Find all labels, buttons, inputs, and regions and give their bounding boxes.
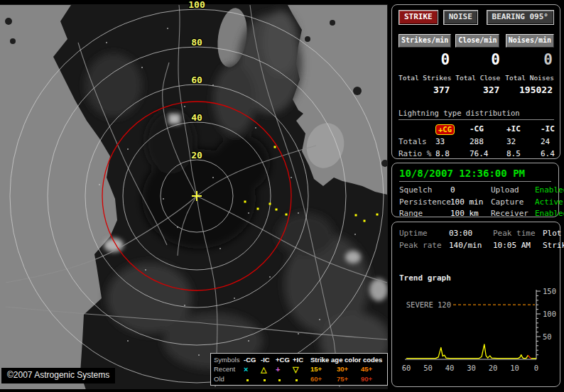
close-per-min-value: 0 [455, 51, 501, 68]
uptime-label: Uptime [399, 228, 449, 240]
strikes-per-min-label[interactable]: Strikes/min [398, 34, 451, 48]
nexstorm-window: 20406080100 Symbols -CG -IC +CG +IC Stri… [0, 0, 564, 392]
strike-stats-panel: STRIKE NOISE BEARING 095° Strikes/min 0 … [391, 4, 560, 159]
trend-line-recent [528, 355, 531, 359]
total-close-value: 327 [455, 85, 501, 95]
peak-rate-value: 140/min [449, 240, 493, 252]
pic-recent-icon: ▽ [293, 366, 310, 373]
x-tick-label: 10 [510, 364, 519, 372]
nic-recent-icon: △ [261, 366, 276, 373]
x-tick-label: 30 [467, 364, 476, 372]
legend-symbols-header: Symbols [214, 356, 244, 364]
total-close-label: Total Close [455, 74, 501, 82]
age-15: 15+ [310, 365, 337, 373]
dist-col-ncg: -CG [470, 124, 506, 135]
receiver-status: Enabled [535, 208, 564, 220]
dist-totals-pcg: 33 [435, 137, 470, 147]
dist-ratio-label: Ratio % [398, 149, 435, 159]
dist-col-pic: +IC [506, 124, 541, 135]
strikes-per-min-value: 0 [398, 51, 451, 68]
plot-label: Plot [543, 228, 564, 240]
age-45: 45+ [361, 365, 382, 373]
ring-label: 80 [191, 37, 202, 48]
ring-label: 60 [191, 75, 202, 85]
map-legend: Symbols -CG -IC +CG +IC Strike age color… [210, 353, 388, 386]
datetime-display: 10/8/2007 12:36:00 PM [399, 168, 551, 179]
dist-totals-pic: 32 [506, 137, 541, 147]
x-tick-label: 20 [489, 364, 498, 372]
persistence-value: 100 min [450, 197, 491, 209]
upload-status: Enabled [535, 185, 564, 197]
close-per-min-label[interactable]: Close/min [455, 34, 499, 48]
peak-rate-label: Peak rate [399, 240, 449, 252]
ring-label: 40 [191, 112, 202, 123]
squelch-label: Squelch [399, 185, 450, 197]
ncg-old-icon [244, 375, 261, 383]
noises-per-min-label[interactable]: Noises/min [506, 34, 554, 48]
pic-old-icon [293, 375, 310, 383]
y-tick-label: 50 [543, 332, 552, 341]
legend-type-pic: +IC [293, 356, 310, 364]
x-tick-label: 50 [423, 364, 433, 372]
close-per-min-counter: Close/min 0 [455, 32, 501, 68]
legend-recent-label: Recent [214, 365, 244, 373]
severe-threshold-label: SEVERE 120 [406, 300, 451, 309]
map-canvas[interactable]: 20406080100 [0, 0, 388, 392]
range-label: Range [399, 208, 450, 220]
legend-type-ncg: -CG [244, 356, 261, 364]
x-tick-label: 0 [534, 364, 538, 372]
receiver-label: Receiver [491, 208, 535, 220]
plot-mode-value: Strike [543, 240, 564, 252]
ncg-recent-icon: × [244, 366, 261, 373]
uptime-value: 03:00 [449, 228, 493, 240]
session-table: Uptime 03:00 Peak time Plot Peak rate 14… [392, 222, 560, 251]
bearing-button[interactable]: BEARING 095° [487, 10, 554, 25]
age-30: 30+ [337, 365, 361, 373]
legend-type-nic: -IC [261, 356, 276, 364]
strikes-per-min-counter: Strikes/min 0 [398, 32, 451, 68]
lightning-distribution-title: Lightning type distribution [398, 109, 554, 120]
persistence-label: Persistence [399, 197, 450, 209]
nic-old-icon [261, 375, 276, 383]
lightning-distribution-table: +CG -CG +IC -IC Totals 33 288 32 24 Rati… [398, 124, 554, 159]
strike-button[interactable]: STRIKE [398, 10, 438, 25]
trend-chart: 501001506050403020100SEVERE 120 [395, 285, 557, 384]
total-strikes-label: Total Strikes [398, 74, 451, 82]
x-tick-label: 40 [445, 364, 455, 372]
dist-col-pcg[interactable]: +CG [435, 124, 455, 135]
total-noises-label: Total Noises [505, 74, 554, 82]
age-60: 60+ [310, 375, 337, 383]
dist-ratio-pcg: 8.8 [435, 149, 470, 159]
strike-dot [274, 146, 276, 148]
strike-dot [276, 209, 278, 211]
upload-label: Upload [491, 185, 535, 197]
peak-time-label: Peak time [493, 228, 543, 240]
pcg-recent-icon: + [276, 366, 293, 373]
dist-totals-label: Totals [398, 137, 435, 147]
peak-time-value: 10:05 AM [493, 240, 543, 252]
legend-old-label: Old [214, 375, 244, 383]
status-panel: 10/8/2007 12:36:00 PM Squelch 0 Upload E… [391, 163, 559, 217]
dist-ratio-nic: 6.4 [541, 149, 555, 159]
strike-dot [244, 201, 246, 203]
noise-button[interactable]: NOISE [443, 10, 478, 25]
ring-label: 20 [191, 150, 202, 160]
age-75: 75+ [337, 375, 361, 383]
trend-panel: Uptime 03:00 Peak time Plot Peak rate 14… [391, 222, 560, 387]
capture-label: Capture [491, 197, 535, 209]
trend-graph-title: Trend graph [399, 273, 451, 283]
dist-totals-ncg: 288 [470, 137, 506, 147]
strike-dot [269, 203, 271, 205]
noises-per-min-counter: Noises/min 0 [506, 32, 554, 68]
noises-per-min-value: 0 [506, 51, 554, 68]
dist-col-nic: -IC [541, 124, 555, 135]
range-value: 100 km [450, 208, 491, 220]
y-tick-label: 100 [543, 310, 556, 318]
capture-status: Active [535, 197, 564, 209]
legend-age-header: Strike age color codes [310, 356, 382, 364]
y-tick-label: 150 [543, 287, 556, 295]
status-table: Squelch 0 Upload Enabled Persistence 100… [399, 185, 551, 220]
total-strikes-value: 377 [398, 85, 451, 95]
dist-totals-nic: 24 [541, 137, 555, 147]
total-noises-value: 195022 [505, 85, 554, 95]
